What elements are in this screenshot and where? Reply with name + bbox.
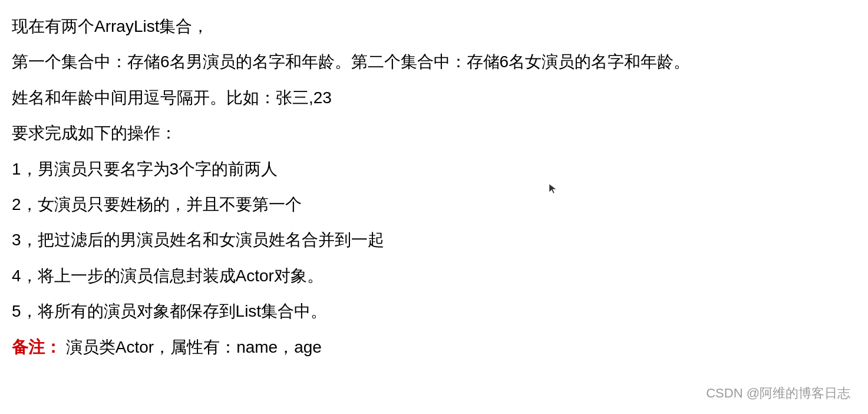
line-2: 第一个集合中：存储6名男演员的名字和年龄。第二个集合中：存储6名女演员的名字和年… [12,47,850,77]
main-content: 现在有两个ArrayList集合， 第一个集合中：存储6名男演员的名字和年龄。第… [0,0,868,380]
line-4: 要求完成如下的操作： [12,119,850,148]
line-3: 姓名和年龄中间用逗号隔开。比如：张三,23 [12,83,850,113]
note-line: 备注： 演员类Actor，属性有：name，age [12,333,850,362]
line-5: 1，男演员只要名字为3个字的前两人 [12,155,850,184]
watermark: CSDN @阿维的博客日志 [706,385,850,402]
line-7: 3，把过滤后的男演员姓名和女演员姓名合并到一起 [12,225,850,255]
line-1: 现在有两个ArrayList集合， [12,12,850,41]
line-6: 2，女演员只要姓杨的，并且不要第一个 [12,190,850,219]
note-label: 备注： [12,338,61,356]
line-9: 5，将所有的演员对象都保存到List集合中。 [12,297,850,326]
line-8: 4，将上一步的演员信息封装成Actor对象。 [12,261,850,291]
note-text: 演员类Actor，属性有：name，age [66,338,322,356]
